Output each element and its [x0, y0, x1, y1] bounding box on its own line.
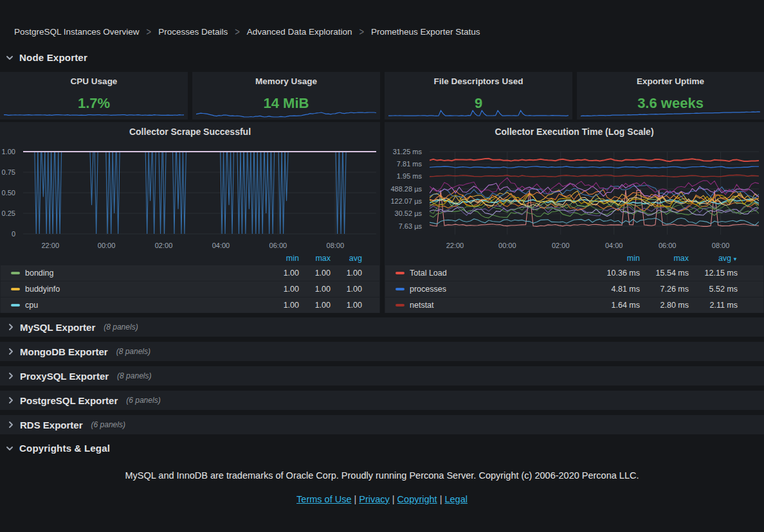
series-name: netstat [410, 301, 434, 310]
x-tick-label: 08:00 [712, 242, 730, 249]
legend-value-avg: 5.52 ms [689, 285, 738, 294]
y-tick-label: 7.63 µs [399, 222, 422, 230]
sparkline-chart [388, 100, 568, 118]
breadcrumb-link-processes[interactable]: Processes Details [158, 27, 228, 37]
row-title: MongoDB Exporter [20, 346, 108, 357]
x-tick-label: 04:00 [212, 242, 230, 249]
legend-value-avg: 12.15 ms [689, 269, 738, 278]
chevron-right-icon: > [235, 26, 240, 38]
chevron-down-icon [6, 445, 14, 452]
execution-time-plot[interactable] [430, 146, 759, 238]
series-swatch [11, 304, 20, 306]
y-tick-label: 30.52 µs [395, 209, 422, 217]
x-axis: 22:0000:0002:0004:0006:0008:00 [23, 242, 376, 252]
legend-row-cpu[interactable]: cpu 1.00 1.00 1.00 [1, 297, 379, 313]
x-tick-label: 06:00 [269, 242, 287, 249]
legend-header-min[interactable]: min [268, 254, 299, 263]
row-mysql-exporter[interactable]: MySQL Exporter (8 panels) [0, 317, 764, 337]
stat-panel-cpu-usage: CPU Usage 1.7% [0, 72, 188, 120]
link-legal[interactable]: Legal [444, 494, 467, 504]
breadcrumb: PostgreSQL Instances Overview > Processe… [14, 27, 480, 37]
x-axis: 22:0000:0002:0004:0006:0008:00 [430, 242, 759, 252]
legend-row-total-load[interactable]: Total Load 10.36 ms 15.54 ms 12.15 ms [385, 265, 763, 281]
row-panel-count: (8 panels) [104, 323, 138, 332]
link-terms-of-use[interactable]: Terms of Use [296, 494, 351, 504]
legend-value-max: 1.00 [299, 301, 331, 310]
x-tick-label: 02:00 [552, 242, 570, 249]
x-tick-label: 22:00 [446, 242, 464, 249]
legend-value-avg: 1.00 [331, 301, 362, 310]
row-title: RDS Exporter [20, 420, 83, 430]
chevron-right-icon: > [359, 26, 364, 38]
section-header-node-exporter[interactable]: Node Exporter [6, 52, 87, 63]
legend-value-min: 1.00 [268, 269, 299, 278]
legend-value-min: 1.00 [268, 285, 299, 294]
stat-panel-file-descriptors: File Descriptors Used 9 [385, 72, 572, 120]
link-separator: | [354, 494, 356, 504]
legend-header-max[interactable]: max [640, 254, 689, 263]
stat-panel-memory-usage: Memory Usage 14 MiB [192, 72, 380, 120]
scrape-successful-plot[interactable] [23, 146, 376, 238]
legend-row-bonding[interactable]: bonding 1.00 1.00 1.00 [1, 265, 379, 281]
y-tick-label: 122.07 µs [390, 197, 422, 205]
x-tick-label: 22:00 [42, 242, 60, 249]
chevron-right-icon [7, 396, 15, 404]
link-privacy[interactable]: Privacy [359, 494, 390, 504]
y-tick-label: 0.25 [2, 209, 15, 217]
stat-panel-exporter-uptime: Exporter Uptime 3.6 weeks [577, 72, 764, 120]
x-tick-label: 00:00 [498, 242, 516, 249]
chevron-down-icon [6, 54, 14, 62]
legend-value-avg: 1.00 [331, 285, 362, 294]
copyright-text: MySQL and InnoDB are trademarks of Oracl… [0, 470, 764, 481]
legend-header-max[interactable]: max [299, 254, 331, 263]
chevron-right-icon [7, 421, 15, 429]
legend-header-min[interactable]: min [591, 254, 640, 263]
legend-header-avg-sorted[interactable]: avg▼ [689, 254, 738, 263]
legend-table: min max avg▼ Total Load 10.36 ms 15.54 m… [385, 252, 764, 313]
breadcrumb-link-data-exploration[interactable]: Advanced Data Exploration [247, 27, 352, 37]
y-tick-label: 31.25 ms [393, 148, 422, 155]
row-postgresql-exporter[interactable]: PostgreSQL Exporter (6 panels) [0, 391, 764, 410]
section-title: Copyrights & Legal [19, 443, 110, 454]
series-swatch [11, 288, 20, 290]
sparkline-chart [4, 100, 184, 118]
legend-row-buddyinfo[interactable]: buddyinfo 1.00 1.00 1.00 [1, 281, 379, 297]
row-rds-exporter[interactable]: RDS Exporter (6 panels) [0, 415, 764, 434]
legend-value-max: 1.00 [299, 285, 331, 294]
row-proxysql-exporter[interactable]: ProxySQL Exporter (8 panels) [0, 366, 764, 386]
legend-header-avg[interactable]: avg [331, 254, 362, 263]
panel-title[interactable]: Collector Execution Time (Log Scale) [385, 127, 764, 137]
row-mongodb-exporter[interactable]: MongoDB Exporter (8 panels) [0, 342, 764, 361]
chart-panel-collector-scrape: Collector Scrape Successful 1.000.750.50… [0, 122, 380, 313]
section-title: Node Exporter [19, 52, 87, 63]
panel-title[interactable]: Exporter Uptime [577, 76, 764, 86]
panel-title[interactable]: Collector Scrape Successful [0, 127, 380, 137]
series-name: bonding [25, 269, 54, 278]
sparkline-chart [581, 100, 760, 118]
breadcrumb-link-exporter-status[interactable]: Prometheus Exporter Status [371, 27, 480, 37]
x-tick-label: 02:00 [155, 242, 173, 249]
series-swatch [396, 288, 405, 290]
legend-value-min: 1.64 ms [591, 301, 640, 310]
section-header-copyrights-legal[interactable]: Copyrights & Legal [6, 443, 110, 454]
legend-row-netstat[interactable]: netstat 1.64 ms 2.80 ms 2.11 ms [385, 297, 763, 313]
y-tick-label: 0 [12, 230, 15, 238]
series-name: Total Load [410, 269, 447, 278]
series-swatch [396, 304, 405, 306]
panel-title[interactable]: Memory Usage [192, 76, 380, 86]
y-tick-label: 1.00 [2, 148, 15, 155]
link-separator: | [440, 494, 442, 504]
series-name: processes [410, 285, 446, 294]
series-swatch [11, 272, 20, 274]
y-tick-label: 7.81 ms [397, 160, 422, 168]
panel-title[interactable]: CPU Usage [0, 76, 188, 86]
legend-row-processes[interactable]: processes 4.81 ms 7.26 ms 5.52 ms [385, 281, 763, 297]
y-axis: 1.000.750.500.250 [0, 146, 19, 238]
panel-title[interactable]: File Descriptors Used [385, 76, 572, 86]
y-tick-label: 0.50 [2, 189, 15, 197]
legend-value-min: 4.81 ms [591, 285, 640, 294]
link-copyright[interactable]: Copyright [397, 494, 437, 504]
y-tick-label: 0.75 [2, 168, 15, 176]
breadcrumb-link-overview[interactable]: PostgreSQL Instances Overview [14, 27, 140, 37]
row-panel-count: (8 panels) [116, 347, 150, 356]
